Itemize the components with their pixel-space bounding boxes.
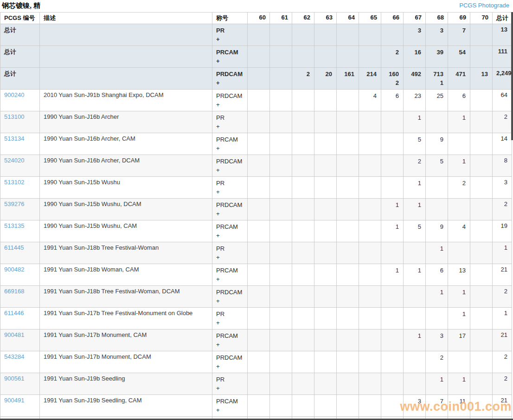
col-header-total: 总计 xyxy=(493,13,512,24)
grade-count-cell: 1 xyxy=(381,264,404,286)
grade-column-header: 60 xyxy=(248,13,270,24)
scrollbar-thumb[interactable] xyxy=(511,12,513,140)
grade-count-cell xyxy=(337,264,359,286)
pcgs-number-cell: 611445 xyxy=(0,242,40,264)
grade-count-cell xyxy=(470,24,493,46)
pcgs-number-link[interactable]: 513135 xyxy=(4,222,24,229)
grade-count-cell: 5 xyxy=(426,155,448,177)
total-count-cell: 2 xyxy=(493,199,512,220)
pcgs-number-link[interactable]: 524020 xyxy=(4,157,24,164)
grade-count-cell xyxy=(314,351,337,373)
totals-label-cell: 总计 xyxy=(0,24,40,46)
grade-count-cell xyxy=(359,220,381,242)
grade-count-cell xyxy=(470,286,493,308)
pcgs-number-link[interactable]: 900491 xyxy=(4,397,24,404)
total-count-cell: 14 xyxy=(493,133,512,155)
grade-count-cell: 4 xyxy=(448,220,470,242)
table-row: 6114451991 Yuan Sun-J18b Tree Festival-W… xyxy=(0,242,512,264)
grade-count-cell xyxy=(270,24,292,46)
grade-count-cell xyxy=(248,133,270,155)
pcgs-number-link[interactable]: 513102 xyxy=(4,179,24,186)
grade-count-cell xyxy=(381,155,404,177)
designation-cell: PRCAM+ xyxy=(212,330,248,351)
grade-count-cell xyxy=(292,286,314,308)
pcgs-number-cell: 900491 xyxy=(0,395,40,417)
description-cell: 1991 Yuan Sun-J19b Seedling xyxy=(40,373,212,395)
pcgs-number-link[interactable]: 543284 xyxy=(4,353,24,360)
pcgs-number-link[interactable]: 900240 xyxy=(4,91,24,98)
pcgs-number-link[interactable]: 900481 xyxy=(4,331,24,338)
photograde-link[interactable]: PCGS Photograde xyxy=(459,2,509,9)
grade-count-cell xyxy=(270,199,292,220)
grade-count-cell xyxy=(292,264,314,286)
page-title: 钢芯镀镍, 精 xyxy=(2,1,40,10)
grade-count-cell xyxy=(248,220,270,242)
grade-count-cell xyxy=(470,351,493,373)
grade-count-cell: 161 xyxy=(337,68,359,90)
pcgs-number-cell: 524020 xyxy=(0,155,40,177)
grade-count-cell xyxy=(292,155,314,177)
grade-count-cell xyxy=(292,177,314,199)
grade-count-cell xyxy=(337,199,359,220)
grade-count-cell: 1 xyxy=(448,373,470,395)
grade-count-cell xyxy=(470,220,493,242)
grade-count-cell xyxy=(270,286,292,308)
pcgs-number-link[interactable]: 611445 xyxy=(4,244,24,251)
grade-count-cell xyxy=(314,90,337,111)
grade-count-cell xyxy=(337,308,359,330)
pcgs-number-link[interactable]: 513134 xyxy=(4,135,24,142)
totals-section: 总计PR+33713总计PRCAM+2163954111总计PRDCAM+220… xyxy=(0,24,512,90)
table-row: 9002402010 Yuan Sun-J91b Shanghai Expo, … xyxy=(0,90,512,111)
grade-count-cell xyxy=(337,220,359,242)
totals-row: 总计PRCAM+2163954111 xyxy=(0,46,512,68)
table-row: 6114461991 Yuan Sun-J17b Tree Festival-M… xyxy=(0,308,512,330)
pcgs-number-link[interactable]: 669168 xyxy=(4,288,24,295)
grade-count-cell xyxy=(359,133,381,155)
grade-count-cell: 3 xyxy=(404,24,426,46)
grade-count-cell xyxy=(359,199,381,220)
description-cell xyxy=(40,24,212,46)
designation-cell: PRCAM+ xyxy=(212,395,248,417)
pcgs-number-cell: 611446 xyxy=(0,308,40,330)
pcgs-number-link[interactable]: 539276 xyxy=(4,200,24,207)
grade-count-cell xyxy=(359,155,381,177)
grade-count-cell: 492 xyxy=(404,68,426,90)
pcgs-number-link[interactable]: 513100 xyxy=(4,113,24,120)
table-row: 6691681991 Yuan Sun-J18b Tree Festival-W… xyxy=(0,286,512,308)
grade-count-cell xyxy=(337,351,359,373)
total-count-cell: 2 xyxy=(493,111,512,133)
grade-count-cell xyxy=(337,24,359,46)
grade-count-cell xyxy=(470,330,493,351)
grade-count-cell xyxy=(470,264,493,286)
grade-count-cell xyxy=(248,242,270,264)
designation-cell: PRCAM+ xyxy=(212,46,248,68)
grade-count-cell: 3 xyxy=(426,330,448,351)
grade-count-cell: 13 xyxy=(470,68,493,90)
pcgs-number-link[interactable]: 900561 xyxy=(4,375,24,382)
watermark: www.coin001.com xyxy=(400,400,512,414)
grade-column-header: 65 xyxy=(359,13,381,24)
pcgs-number-link[interactable]: 900482 xyxy=(4,266,24,273)
grade-count-cell: 13 xyxy=(448,264,470,286)
grade-count-cell xyxy=(270,264,292,286)
grade-count-cell: 1 xyxy=(426,242,448,264)
grade-count-cell xyxy=(337,373,359,395)
description-cell: 1990 Yuan Sun-J15b Wushu xyxy=(40,177,212,199)
pcgs-number-cell: 539276 xyxy=(0,199,40,220)
grade-count-cell: 471 xyxy=(448,68,470,90)
grade-count-cell xyxy=(292,220,314,242)
pcgs-number-cell: 900240 xyxy=(0,90,40,111)
grade-column-header: 67 xyxy=(404,13,426,24)
table-row: 5131351990 Yuan Sun-J15b Wushu, CAMPRCAM… xyxy=(0,220,512,242)
grade-count-cell xyxy=(270,177,292,199)
pcgs-number-link[interactable]: 611446 xyxy=(4,310,24,317)
grade-count-cell xyxy=(448,133,470,155)
grade-count-cell xyxy=(292,308,314,330)
grade-count-cell xyxy=(248,308,270,330)
total-count-cell: 2 xyxy=(493,351,512,373)
grade-count-cell xyxy=(359,373,381,395)
grade-count-cell xyxy=(248,155,270,177)
table-row: 9004821991 Yuan Sun-J18b Woman, CAMPRCAM… xyxy=(0,264,512,286)
grade-count-cell xyxy=(404,373,426,395)
grade-count-cell xyxy=(381,177,404,199)
